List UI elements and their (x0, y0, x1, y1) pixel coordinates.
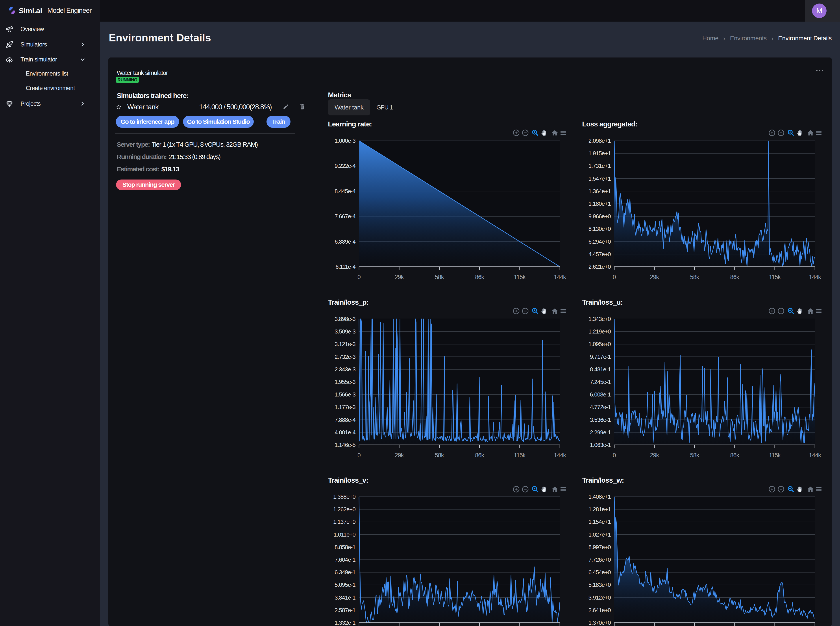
svg-text:1.547e+1: 1.547e+1 (588, 175, 611, 182)
svg-text:144k: 144k (809, 274, 821, 280)
svg-text:7.667e-4: 7.667e-4 (335, 213, 355, 220)
svg-text:2.299e-1: 2.299e-1 (590, 429, 611, 436)
svg-text:0: 0 (613, 274, 616, 280)
svg-text:4.457e+0: 4.457e+0 (588, 251, 611, 258)
svg-text:3.509e-3: 3.509e-3 (335, 328, 355, 335)
svg-text:8.445e-4: 8.445e-4 (335, 188, 355, 194)
svg-text:9.717e-1: 9.717e-1 (590, 354, 611, 360)
svg-text:1.731e+1: 1.731e+1 (588, 163, 611, 169)
svg-text:1.408e+1: 1.408e+1 (588, 493, 611, 500)
svg-text:29k: 29k (395, 274, 404, 280)
svg-text:0: 0 (613, 452, 616, 459)
svg-text:1.915e+1: 1.915e+1 (588, 150, 611, 156)
svg-text:8.481e-1: 8.481e-1 (590, 366, 611, 373)
svg-text:2.587e-1: 2.587e-1 (335, 607, 355, 613)
svg-text:Learning rate:: Learning rate: (328, 120, 372, 128)
svg-text:5.183e+0: 5.183e+0 (588, 582, 611, 588)
svg-text:6.008e-1: 6.008e-1 (590, 391, 611, 398)
svg-text:58k: 58k (435, 274, 444, 280)
svg-text:9.966e+0: 9.966e+0 (588, 213, 611, 220)
svg-text:58k: 58k (435, 452, 444, 459)
svg-text:2.098e+1: 2.098e+1 (588, 138, 611, 144)
svg-text:3.898e-3: 3.898e-3 (335, 316, 355, 322)
svg-text:1.370e+0: 1.370e+0 (588, 620, 611, 626)
svg-text:58k: 58k (690, 274, 699, 280)
svg-text:Train/loss_v:: Train/loss_v: (328, 476, 368, 484)
svg-text:29k: 29k (650, 274, 659, 280)
svg-text:4.001e-4: 4.001e-4 (335, 429, 355, 436)
svg-text:1.137e+0: 1.137e+0 (333, 518, 356, 525)
svg-text:144k: 144k (554, 274, 566, 280)
svg-text:86k: 86k (730, 274, 739, 280)
svg-text:115k: 115k (514, 274, 526, 280)
svg-text:86k: 86k (475, 274, 484, 280)
svg-text:144k: 144k (809, 452, 821, 459)
svg-text:29k: 29k (650, 452, 659, 459)
svg-text:1.388e+0: 1.388e+0 (333, 493, 356, 500)
svg-text:1.000e-3: 1.000e-3 (335, 138, 355, 144)
svg-text:2.641e+0: 2.641e+0 (588, 607, 611, 613)
svg-text:6.349e-1: 6.349e-1 (335, 569, 355, 576)
svg-text:1.011e+0: 1.011e+0 (334, 531, 356, 538)
svg-text:1.343e+0: 1.343e+0 (588, 316, 611, 322)
svg-text:3.912e+0: 3.912e+0 (588, 594, 611, 601)
svg-text:Train/loss_w:: Train/loss_w: (582, 476, 624, 484)
svg-text:4.772e-1: 4.772e-1 (590, 404, 611, 410)
svg-text:1.364e+1: 1.364e+1 (588, 188, 611, 194)
svg-text:0: 0 (357, 452, 361, 459)
svg-text:1.095e+0: 1.095e+0 (588, 341, 611, 347)
svg-text:6.454e+0: 6.454e+0 (588, 569, 611, 576)
svg-text:6.889e-4: 6.889e-4 (335, 238, 355, 245)
svg-text:7.726e+0: 7.726e+0 (588, 556, 611, 563)
svg-text:1.154e+1: 1.154e+1 (588, 518, 611, 525)
svg-text:Loss aggregated:: Loss aggregated: (582, 120, 637, 128)
svg-text:29k: 29k (395, 452, 404, 459)
svg-text:115k: 115k (769, 274, 781, 280)
svg-text:1.180e+1: 1.180e+1 (588, 200, 611, 207)
svg-text:8.858e-1: 8.858e-1 (335, 544, 355, 551)
svg-text:7.245e-1: 7.245e-1 (590, 379, 611, 385)
svg-text:9.222e-4: 9.222e-4 (335, 163, 355, 169)
svg-text:2.343e-3: 2.343e-3 (335, 366, 355, 373)
svg-text:6.111e-4: 6.111e-4 (335, 263, 355, 270)
svg-text:115k: 115k (514, 452, 526, 459)
svg-text:0: 0 (357, 274, 361, 280)
svg-text:1.262e+0: 1.262e+0 (333, 506, 356, 513)
svg-text:144k: 144k (554, 452, 566, 459)
svg-text:2.732e-3: 2.732e-3 (335, 354, 355, 360)
svg-text:115k: 115k (769, 452, 781, 459)
svg-text:1.955e-3: 1.955e-3 (335, 379, 355, 385)
svg-text:1.332e-1: 1.332e-1 (335, 620, 355, 626)
svg-text:3.536e-1: 3.536e-1 (590, 416, 611, 423)
svg-text:5.095e-1: 5.095e-1 (335, 582, 355, 588)
svg-text:7.888e-4: 7.888e-4 (335, 416, 355, 423)
svg-text:58k: 58k (690, 452, 699, 459)
svg-text:86k: 86k (475, 452, 484, 459)
svg-text:Train/loss_p:: Train/loss_p: (328, 298, 368, 306)
svg-text:1.177e-3: 1.177e-3 (335, 404, 355, 410)
svg-text:2.621e+0: 2.621e+0 (588, 263, 611, 270)
svg-text:1.146e-5: 1.146e-5 (335, 441, 355, 448)
svg-text:1.566e-3: 1.566e-3 (335, 391, 355, 398)
svg-text:6.294e+0: 6.294e+0 (588, 238, 611, 245)
svg-text:1.281e+1: 1.281e+1 (588, 506, 611, 513)
svg-text:8.130e+0: 8.130e+0 (588, 225, 611, 232)
svg-text:1.219e+0: 1.219e+0 (588, 328, 611, 335)
svg-text:3.841e-1: 3.841e-1 (335, 594, 355, 601)
svg-text:3.121e-3: 3.121e-3 (335, 341, 355, 347)
svg-text:Train/loss_u:: Train/loss_u: (582, 298, 623, 306)
svg-text:7.604e-1: 7.604e-1 (335, 556, 355, 563)
svg-text:1.063e-1: 1.063e-1 (590, 441, 611, 448)
svg-text:86k: 86k (730, 452, 739, 459)
svg-text:1.027e+1: 1.027e+1 (588, 531, 611, 538)
svg-text:8.997e+0: 8.997e+0 (588, 544, 611, 551)
